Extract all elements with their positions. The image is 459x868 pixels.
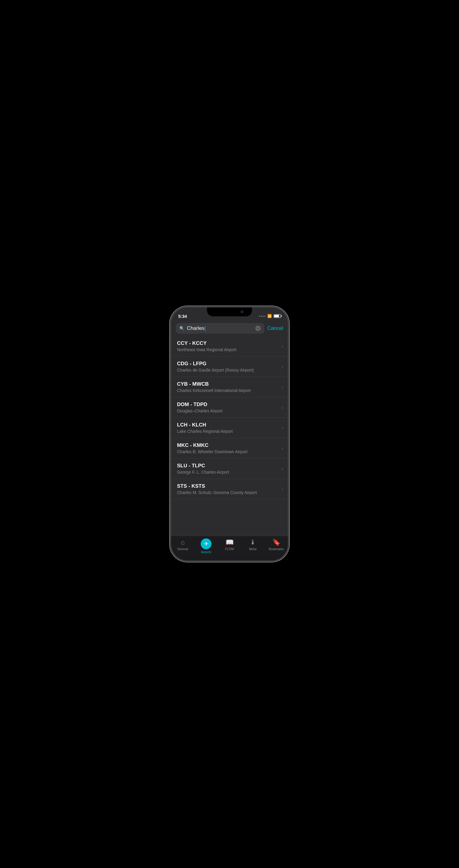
result-content: DOM - TDPD Douglas–Charles Airport — [177, 402, 279, 413]
result-item[interactable]: CCY - KCCY Northeast Iowa Regional Airpo… — [171, 336, 288, 356]
tab-general[interactable]: ⌂ General — [171, 538, 194, 551]
cancel-button[interactable]: Cancel — [267, 326, 283, 331]
tab-fcom[interactable]: 📖 FCOM — [218, 538, 241, 551]
result-content: SLU - TLPC George F. L. Charles Airport — [177, 463, 279, 474]
result-item[interactable]: STS - KSTS Charles M. Schulz–Sonoma Coun… — [171, 479, 288, 499]
tab-fcom-label: FCOM — [225, 548, 234, 551]
signal-icon — [259, 316, 265, 317]
cursor — [205, 326, 205, 331]
result-name: Northeast Iowa Regional Airport — [177, 347, 279, 352]
result-name: George F. L. Charles Airport — [177, 470, 279, 474]
battery-fill — [274, 315, 279, 317]
book-icon: 📖 — [226, 538, 234, 546]
search-container: 🔍 Charles ✕ Cancel — [171, 320, 288, 336]
home-icon: ⌂ — [181, 538, 185, 546]
chevron-right-icon: › — [282, 487, 283, 492]
result-code: MKC - KMKC — [177, 442, 279, 448]
tab-airports-label: Airports — [201, 551, 211, 554]
search-input[interactable]: Charles — [187, 326, 253, 331]
result-name: Douglas–Charles Airport — [177, 408, 279, 413]
airports-circle: ✈ — [201, 538, 211, 549]
notch — [207, 307, 252, 316]
screen: 5:34 📶 🔍 Charles ✕ — [171, 307, 288, 561]
status-icons: 📶 — [259, 314, 281, 318]
battery-icon — [273, 314, 281, 318]
tab-bookmarks-label: Bookmarks — [269, 548, 284, 551]
tab-general-label: General — [177, 548, 188, 551]
camera — [240, 310, 243, 313]
result-code: CCY - KCCY — [177, 340, 279, 346]
result-code: SLU - TLPC — [177, 463, 279, 469]
chevron-right-icon: › — [282, 446, 283, 451]
result-item[interactable]: LCH - KLCH Lake Charles Regional Airport… — [171, 418, 288, 438]
result-name: Lake Charles Regional Airport — [177, 429, 279, 434]
chevron-right-icon: › — [282, 384, 283, 390]
result-name: Charles B. Wheeler Downtown Airport — [177, 449, 279, 454]
chevron-right-icon: › — [282, 405, 283, 410]
tab-bookmarks[interactable]: 🔖 Bookmarks — [265, 538, 288, 551]
result-content: CDG - LFPG Charles de Gaulle Airport (Ro… — [177, 361, 279, 372]
result-content: STS - KSTS Charles M. Schulz–Sonoma Coun… — [177, 483, 279, 495]
chevron-right-icon: › — [282, 364, 283, 369]
result-name: Charles de Gaulle Airport (Roissy Airpor… — [177, 368, 279, 372]
result-code: LCH - KLCH — [177, 422, 279, 428]
result-name: Charles M. Schulz–Sonoma County Airport — [177, 490, 279, 495]
result-item[interactable]: SLU - TLPC George F. L. Charles Airport … — [171, 459, 288, 479]
search-icon: 🔍 — [179, 326, 185, 331]
result-content: MKC - KMKC Charles B. Wheeler Downtown A… — [177, 442, 279, 454]
bookmark-icon: 🔖 — [272, 538, 281, 546]
tab-metar[interactable]: 🌡 Metar — [241, 538, 265, 551]
thermometer-icon: 🌡 — [250, 538, 256, 546]
status-time: 5:34 — [178, 314, 187, 319]
chevron-right-icon: › — [282, 425, 283, 431]
result-code: STS - KSTS — [177, 483, 279, 489]
phone-frame: 5:34 📶 🔍 Charles ✕ — [171, 307, 288, 561]
search-bar[interactable]: 🔍 Charles ✕ — [176, 323, 264, 334]
result-content: CCY - KCCY Northeast Iowa Regional Airpo… — [177, 340, 279, 352]
result-content: LCH - KLCH Lake Charles Regional Airport — [177, 422, 279, 434]
result-item[interactable]: CYB - MWCB Charles Kirkconnell Internati… — [171, 377, 288, 397]
wifi-icon: 📶 — [267, 314, 272, 318]
clear-button[interactable]: ✕ — [255, 326, 261, 331]
tab-metar-label: Metar — [249, 548, 257, 551]
result-content: CYB - MWCB Charles Kirkconnell Internati… — [177, 381, 279, 393]
chevron-right-icon: › — [282, 344, 283, 349]
result-item[interactable]: DOM - TDPD Douglas–Charles Airport › — [171, 397, 288, 418]
result-item[interactable]: CDG - LFPG Charles de Gaulle Airport (Ro… — [171, 356, 288, 377]
result-code: CDG - LFPG — [177, 361, 279, 367]
result-name: Charles Kirkconnell International Airpor… — [177, 388, 279, 393]
empty-area — [171, 499, 288, 523]
search-value: Charles — [187, 326, 205, 331]
plane-icon: ✈ — [204, 540, 208, 547]
results-list: CCY - KCCY Northeast Iowa Regional Airpo… — [171, 336, 288, 536]
chevron-right-icon: › — [282, 466, 283, 471]
tab-airports[interactable]: ✈ Airports — [194, 538, 218, 554]
tab-bar: ⌂ General ✈ Airports 📖 FCOM 🌡 Metar 🔖 Bo… — [171, 536, 288, 561]
result-code: CYB - MWCB — [177, 381, 279, 387]
result-item[interactable]: MKC - KMKC Charles B. Wheeler Downtown A… — [171, 438, 288, 459]
result-code: DOM - TDPD — [177, 402, 279, 408]
